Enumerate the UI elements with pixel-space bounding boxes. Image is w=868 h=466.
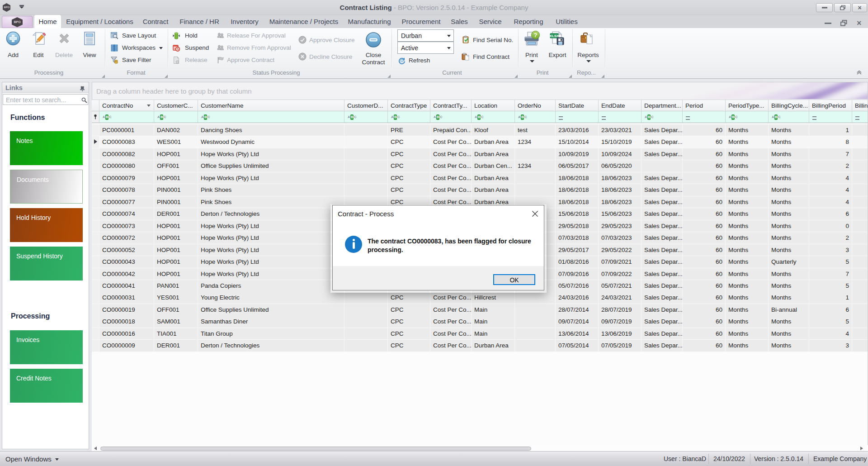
- svg-text:XLSX: XLSX: [550, 34, 559, 38]
- svg-text:?: ?: [534, 32, 538, 38]
